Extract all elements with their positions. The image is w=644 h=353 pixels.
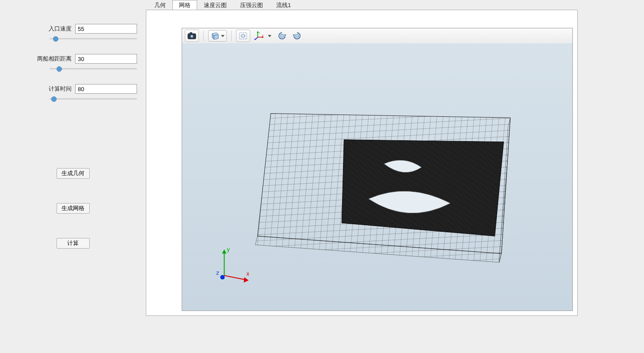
fit-to-screen-icon xyxy=(239,32,248,40)
svg-rect-1 xyxy=(190,32,192,34)
compute-button[interactable]: 计算 xyxy=(57,238,90,249)
generate-geometry-button[interactable]: 生成几何 xyxy=(57,168,90,179)
rotate-cw-icon xyxy=(292,31,302,40)
tab-pressure[interactable]: 压强云图 xyxy=(233,0,270,10)
chevron-down-icon xyxy=(221,35,225,37)
axes-orientation-dropdown[interactable] xyxy=(266,30,273,42)
slider-thumb[interactable] xyxy=(53,36,58,42)
tab-geometry[interactable]: 几何 xyxy=(148,0,172,10)
param-ship-distance-row: 两船相距距离 xyxy=(9,54,137,64)
svg-point-3 xyxy=(191,35,193,37)
svg-rect-7 xyxy=(240,33,247,39)
param-compute-time-row: 计算时间 xyxy=(9,84,137,94)
generate-mesh-button[interactable]: 生成网格 xyxy=(57,203,90,214)
view-panel: y x z xyxy=(146,10,578,316)
svg-marker-24 xyxy=(342,140,503,236)
canvas-3d-viewport[interactable]: y x z xyxy=(182,43,572,311)
canvas-container: y x z xyxy=(182,28,573,311)
slider-thumb[interactable] xyxy=(57,66,62,72)
snapshot-icon xyxy=(187,32,196,39)
svg-marker-6 xyxy=(214,35,218,39)
param-ship-distance-label: 两船相距距离 xyxy=(37,55,72,63)
param-inlet-velocity-row: 入口速度 xyxy=(9,24,137,34)
canvas-toolbar: y x z xyxy=(182,28,572,44)
svg-marker-26 xyxy=(222,249,226,253)
inlet-velocity-input[interactable] xyxy=(75,24,137,34)
svg-rect-17 xyxy=(281,35,283,37)
rotate-cw-button[interactable] xyxy=(291,30,303,42)
ship-distance-slider[interactable] xyxy=(50,65,137,72)
param-compute-time-label: 计算时间 xyxy=(49,85,72,93)
axis-y-label: y xyxy=(227,246,230,253)
svg-marker-16 xyxy=(284,35,286,36)
slider-thumb[interactable] xyxy=(51,96,57,102)
svg-text:x: x xyxy=(262,34,263,37)
inlet-velocity-slider[interactable] xyxy=(50,35,137,42)
axis-z-label: z xyxy=(216,269,219,276)
bounding-box-button[interactable] xyxy=(208,30,227,42)
svg-marker-28 xyxy=(244,277,248,283)
svg-marker-18 xyxy=(293,35,295,36)
fit-to-screen-button[interactable] xyxy=(236,30,250,42)
tab-velocity[interactable]: 速度云图 xyxy=(197,0,233,10)
main-area: 几何网格速度云图压强云图流线1 xyxy=(146,0,644,353)
rotate-ccw-icon xyxy=(277,31,287,40)
svg-point-29 xyxy=(220,275,225,280)
tab-mesh[interactable]: 网格 xyxy=(172,0,197,10)
param-inlet-velocity-label: 入口速度 xyxy=(49,25,72,33)
sidebar: 入口速度 两船相距距离 计算时间 xyxy=(0,0,146,353)
ship-distance-input[interactable] xyxy=(75,54,137,64)
tab-streamline1[interactable]: 流线1 xyxy=(270,0,297,10)
svg-rect-19 xyxy=(296,35,298,37)
compute-time-slider[interactable] xyxy=(50,96,137,102)
snapshot-button[interactable] xyxy=(185,30,199,42)
compute-time-input[interactable] xyxy=(75,84,137,94)
chevron-down-icon xyxy=(268,35,271,37)
svg-line-27 xyxy=(224,276,246,280)
svg-text:z: z xyxy=(254,38,255,40)
axes-orientation-icon: y x z xyxy=(254,31,264,41)
bounding-box-icon xyxy=(210,32,219,40)
svg-text:y: y xyxy=(259,31,260,34)
axis-x-label: x xyxy=(246,270,249,277)
rotate-ccw-button[interactable] xyxy=(276,30,288,42)
mesh-render: y x z xyxy=(182,43,572,311)
tab-bar: 几何网格速度云图压强云图流线1 xyxy=(146,0,578,10)
axes-orientation-button[interactable]: y x z xyxy=(253,30,265,42)
